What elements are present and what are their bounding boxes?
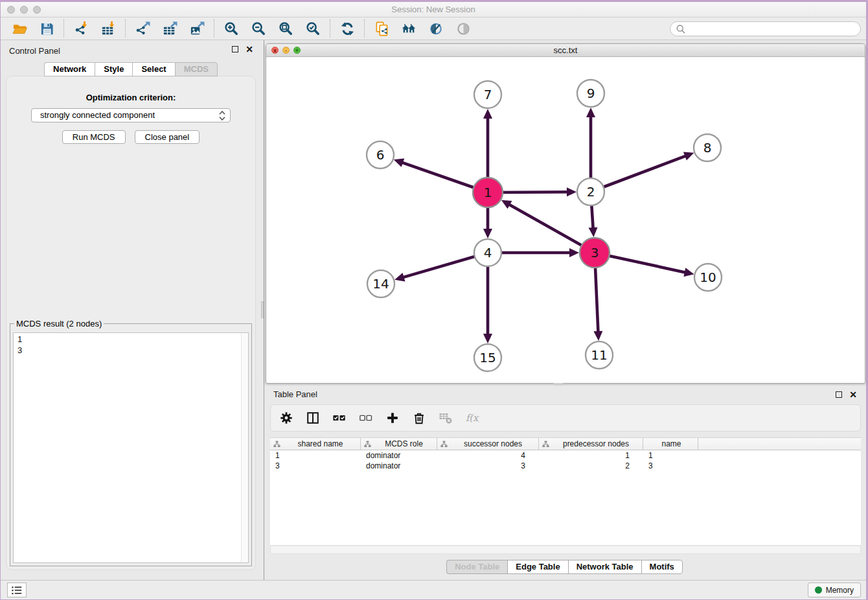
column-header-successor-nodes[interactable]: successor nodes [437, 438, 539, 450]
function-builder-icon: f(x) [465, 411, 479, 425]
table-cell: dominator [361, 451, 437, 460]
tab-edge-table[interactable]: Edge Table [507, 560, 567, 574]
zoom-fit-icon [279, 21, 293, 36]
run-mcds-button[interactable]: Run MCDS [62, 130, 126, 144]
settings-gear-button[interactable] [278, 410, 295, 426]
table-tabs: Node TableEdge TableNetwork TableMotifs [264, 560, 865, 574]
first-neighbors-button[interactable] [395, 19, 422, 38]
graph-arrowhead-1-6 [394, 159, 404, 167]
tab-mcds[interactable]: MCDS [175, 62, 218, 76]
save-session-button[interactable] [33, 19, 60, 38]
memory-button[interactable]: Memory [808, 583, 861, 597]
tab-select[interactable]: Select [132, 62, 174, 76]
column-header-name[interactable]: name [643, 438, 698, 450]
import-table-button[interactable] [95, 19, 122, 38]
graph-arrowhead-1-4 [483, 229, 492, 238]
open-session-button[interactable] [6, 19, 33, 38]
deselect-all-button[interactable] [358, 410, 374, 426]
control-panel-header: Control Panel ✕ [1, 40, 261, 61]
result-scrollbar[interactable] [241, 333, 248, 562]
table-header-row: shared nameMCDS rolesuccessor nodesprede… [270, 438, 861, 450]
table-row[interactable]: 1dominator411 [270, 450, 861, 461]
window-close-button[interactable] [7, 6, 15, 14]
close-table-panel-icon[interactable]: ✕ [849, 391, 857, 398]
memory-label: Memory [826, 586, 854, 595]
splitter-handle[interactable] [261, 301, 264, 318]
export-image-button[interactable] [183, 19, 211, 38]
export-network-icon [135, 21, 150, 36]
import-table-icon [101, 21, 116, 36]
style-preview-icon [429, 21, 444, 36]
tab-network[interactable]: Network [44, 62, 95, 76]
column-header-mcds-role[interactable]: MCDS role [361, 438, 437, 450]
svg-text:f(x): f(x) [466, 412, 479, 423]
import-network-button[interactable] [67, 19, 95, 38]
refresh-icon [340, 21, 355, 36]
tab-network-table[interactable]: Network Table [568, 560, 641, 574]
tab-node-table[interactable]: Node Table [446, 560, 507, 574]
split-panel-icon [306, 411, 320, 425]
task-history-button[interactable] [7, 583, 27, 597]
zoom-in-button[interactable] [218, 19, 245, 38]
toolbar-separator [125, 19, 126, 38]
column-sort-icon [542, 441, 549, 448]
column-header-shared-name[interactable]: shared name [270, 438, 361, 450]
export-table-button[interactable] [156, 19, 183, 38]
table-horizontal-scrollbar[interactable] [270, 546, 861, 554]
float-panel-icon[interactable] [232, 46, 238, 52]
graph-arrowhead-3-10 [683, 268, 694, 277]
table-panel: Table Panel ✕ f(x) shared nameMCDS roles… [264, 386, 865, 579]
delete-row-button[interactable] [411, 410, 428, 426]
close-panel-button[interactable]: Close panel [135, 130, 200, 144]
graph-arrowhead-4-14 [394, 273, 405, 281]
table-cell: 3 [643, 461, 698, 470]
export-network-button[interactable] [129, 19, 156, 38]
export-table-icon [163, 21, 177, 36]
network-window-titlebar[interactable]: x-+ scc.txt [266, 44, 865, 57]
zoom-out-button[interactable] [245, 19, 272, 38]
window-controls [7, 6, 41, 14]
mcds-result-title: MCDS result (2 nodes) [14, 319, 104, 329]
zoom-fit-button[interactable] [272, 19, 299, 38]
window-zoom-button[interactable] [33, 6, 41, 14]
network-window: x-+ scc.txt 7968124314101511 [266, 43, 865, 384]
table-cell: 1 [270, 451, 361, 460]
mcds-result-text[interactable]: 1 3 [13, 332, 249, 563]
new-network-from-selection-button[interactable] [368, 19, 395, 38]
network-zoom-button[interactable]: + [293, 47, 301, 54]
refresh-button[interactable] [334, 19, 361, 38]
zoom-selected-button[interactable] [299, 19, 326, 38]
column-header-predecessor-nodes[interactable]: predecessor nodes [539, 438, 643, 450]
select-all-button[interactable] [331, 410, 348, 426]
hide-details-icon [456, 21, 471, 36]
close-panel-icon[interactable]: ✕ [246, 46, 253, 52]
column-sort-icon [273, 441, 280, 448]
style-preview-button[interactable] [422, 19, 450, 38]
table-row[interactable]: 3dominator323 [270, 461, 861, 471]
criterion-select[interactable]: strongly connected component [31, 108, 231, 122]
table-cell: dominator [361, 461, 437, 470]
add-row-button[interactable] [384, 410, 401, 426]
network-graph[interactable]: 7968124314101511 [266, 57, 865, 383]
table-cell: 1 [643, 451, 698, 460]
network-view[interactable]: 7968124314101511 [266, 57, 865, 383]
table-cell: 3 [270, 461, 361, 470]
mcds-result-group: MCDS result (2 nodes) 1 3 [10, 319, 252, 566]
application-window: Session: New Session Control Panel ✕ Net… [1, 2, 866, 599]
graph-edge-2-8[interactable] [591, 155, 689, 192]
deselect-all-icon [359, 411, 373, 425]
window-minimize-button[interactable] [20, 6, 28, 14]
tab-motifs[interactable]: Motifs [641, 560, 683, 574]
save-session-icon [40, 21, 54, 36]
network-minimize-button[interactable]: - [282, 47, 290, 54]
float-table-panel-icon[interactable] [836, 391, 842, 398]
graph-arrowhead-2-9 [586, 108, 595, 117]
memory-status-icon [815, 586, 822, 594]
search-input[interactable] [686, 23, 860, 35]
split-panel-button[interactable] [304, 410, 321, 426]
toolbar-separator [330, 19, 330, 38]
tab-style[interactable]: Style [95, 62, 132, 76]
optimization-criterion-label: Optimization criterion: [6, 93, 255, 102]
network-close-button[interactable]: x [271, 47, 279, 54]
search-box[interactable] [670, 21, 861, 36]
